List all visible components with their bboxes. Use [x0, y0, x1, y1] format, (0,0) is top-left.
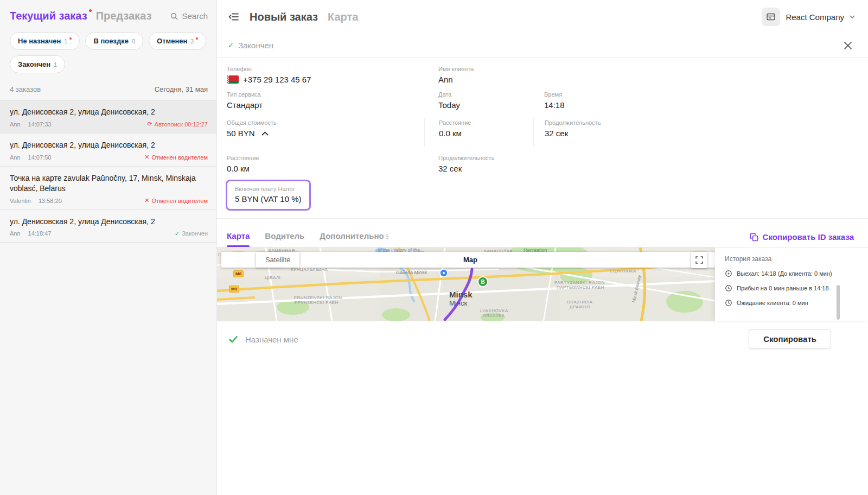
duration-label: Продолжительность	[438, 155, 533, 161]
order-list-item[interactable]: ул. Денисовская 2, улица Денисовская, 2 …	[0, 210, 216, 243]
order-list-item[interactable]: Точка на карте zavulak Paŭnočny, 17, Min…	[0, 167, 216, 210]
order-list-item[interactable]: ул. Денисовская 2, улица Денисовская, 2 …	[0, 134, 216, 167]
map-viewport[interactable]: B КАМЕННАЯ Га TSEVSHCHINA КУНЦАЎШЧЫНА ЦІ…	[217, 248, 715, 321]
check-icon: ✓	[175, 231, 180, 237]
filter-count: 1	[64, 38, 67, 45]
prelim-details-block: Предварительные детали заказа 50 BYN · 6…	[217, 219, 868, 225]
order-status-done: ✓ Закончен	[175, 230, 208, 237]
filter-not-assigned[interactable]: Не назначен 1	[10, 32, 80, 50]
company-selector[interactable]: React Company	[762, 8, 855, 26]
tax-label: Включая плату Налог	[235, 186, 302, 192]
history-item: Ожидание клиента: 0 мин	[725, 299, 868, 307]
orders-sidebar: Текущий заказ Предзаказ Search Не назнач…	[0, 0, 217, 495]
collapse-sidebar-icon	[228, 11, 240, 23]
red-dot	[69, 37, 72, 40]
order-time: 13:58:20	[39, 198, 62, 204]
date-label: Дата	[438, 91, 533, 98]
distance-value: 0.0 км	[227, 164, 424, 173]
search-label: Search	[182, 11, 208, 21]
clock-icon	[725, 284, 732, 292]
distance-label: Расстояние	[227, 155, 424, 161]
fullscreen-icon	[695, 256, 703, 264]
red-dot	[196, 37, 198, 40]
order-status: Закончен	[238, 41, 273, 50]
map-type-button-satellite[interactable]: Satellite	[256, 252, 299, 268]
phone-value: +375 29 123 45 67	[227, 75, 424, 84]
history-item: Выехал: 14:18 (До клиента: 0 мин)	[725, 270, 868, 277]
duration-value: 32 сек	[438, 164, 533, 173]
main-panel: Новый заказ Карта React Company ✓ Законч…	[217, 0, 868, 495]
filter-label: В поездке	[93, 37, 128, 45]
fullscreen-button[interactable]	[691, 252, 707, 268]
copy-order-id-button[interactable]: Скопировать ID заказа	[750, 232, 854, 247]
service-type-value: Стандарт	[227, 100, 424, 110]
map-section: B КАМЕННАЯ Га TSEVSHCHINA КУНЦАЎШЧЫНА ЦІ…	[217, 248, 868, 321]
circle-dot-icon	[725, 270, 732, 277]
dropoff-map-marker-b: B	[478, 277, 488, 287]
transit-marker	[440, 269, 448, 277]
tab-preorder[interactable]: Предзаказ	[96, 10, 152, 22]
history-item: Прибыл на 0 мин раньше в 14:18	[725, 284, 868, 292]
total-cost-label: Общая стоимость	[227, 119, 424, 126]
tab-extra[interactable]: Дополнительно9	[320, 231, 388, 247]
time-value: 14:18	[544, 100, 868, 110]
filter-in-ride[interactable]: В поездке 0	[85, 32, 143, 50]
search-button[interactable]: Search	[170, 11, 208, 21]
tab-map[interactable]: Карта	[227, 231, 250, 247]
order-time: 14:18:47	[28, 230, 52, 237]
copy-icon	[750, 233, 758, 242]
company-icon	[762, 8, 780, 26]
header-tab-map[interactable]: Карта	[328, 11, 358, 23]
filter-count: 0	[132, 38, 135, 45]
svg-text:B: B	[481, 279, 484, 285]
phone-label: Телефон	[227, 66, 424, 72]
filter-finished[interactable]: Закончен 1	[10, 55, 65, 73]
app: Текущий заказ Предзаказ Search Не назнач…	[0, 0, 868, 495]
order-address: ул. Денисовская 2, улица Денисовская, 2	[10, 217, 208, 227]
client-name-value: Ann	[438, 75, 533, 84]
belarus-flag-icon	[227, 75, 239, 84]
scrollbar-thumb[interactable]	[837, 285, 840, 320]
company-name: React Company	[786, 12, 844, 22]
duration-label: Продолжительность	[545, 119, 868, 126]
filter-count: 1	[54, 61, 57, 68]
filter-cancelled[interactable]: Отменен 2	[149, 32, 206, 50]
client-name-label: Имя клиента	[438, 66, 533, 72]
order-address: Точка на карте zavulak Paŭnočny, 17, Min…	[10, 173, 208, 194]
orders-summary: 4 заказов Сегодня, 31 мая	[0, 73, 216, 100]
detail-tabs: Карта Водитель Дополнительно9 Скопироват…	[217, 225, 868, 248]
duration-value: 32 сек	[545, 129, 868, 138]
distance-label: Расстояние	[439, 119, 533, 126]
tab-driver[interactable]: Водитель	[265, 231, 304, 247]
total-cost-value: 50 BYN	[227, 129, 255, 138]
assigned-label: Назначен мне	[245, 335, 298, 344]
order-status-row: ✓ Закончен	[217, 34, 868, 58]
order-status-autosearch: ⟳ Автопоиск 00:12:27	[147, 121, 208, 128]
sidebar-header: Текущий заказ Предзаказ Search	[0, 0, 216, 22]
refresh-icon: ⟳	[147, 121, 152, 127]
chevron-down-icon	[850, 15, 855, 18]
order-list: ул. Денисовская 2, улица Денисовская, 2 …	[0, 100, 216, 243]
assigned-to-me: Назначен мне	[228, 329, 298, 350]
footer-bar: Назначен мне Скопировать	[217, 321, 868, 495]
topbar: Новый заказ Карта React Company	[217, 0, 868, 34]
chevron-up-icon	[261, 131, 269, 136]
order-time: 14:07:33	[28, 121, 52, 128]
copy-button[interactable]: Скопировать	[749, 329, 831, 349]
check-icon: ✓	[228, 41, 234, 49]
tab-extra-count: 9	[386, 234, 389, 240]
collapse-sidebar-button[interactable]	[228, 11, 240, 23]
tab-current-order[interactable]: Текущий заказ	[10, 10, 87, 22]
close-button[interactable]	[843, 41, 853, 50]
collapse-cost-button[interactable]	[261, 131, 269, 136]
order-history-panel: История заказа Выехал: 14:18 (До клиента…	[715, 248, 868, 321]
close-icon	[843, 41, 853, 50]
order-client: Ann	[10, 230, 21, 237]
status-filters: Не назначен 1 В поездке 0 Отменен 2 Зако…	[0, 22, 216, 73]
filter-label: Не назначен	[18, 37, 61, 45]
filter-label: Закончен	[18, 60, 50, 68]
order-address: ул. Денисовская 2, улица Денисовская, 2	[10, 107, 208, 117]
date-value: Today	[438, 100, 533, 110]
order-list-item[interactable]: ул. Денисовская 2, улица Денисовская, 2 …	[0, 100, 216, 134]
history-title: История заказа	[725, 255, 868, 263]
